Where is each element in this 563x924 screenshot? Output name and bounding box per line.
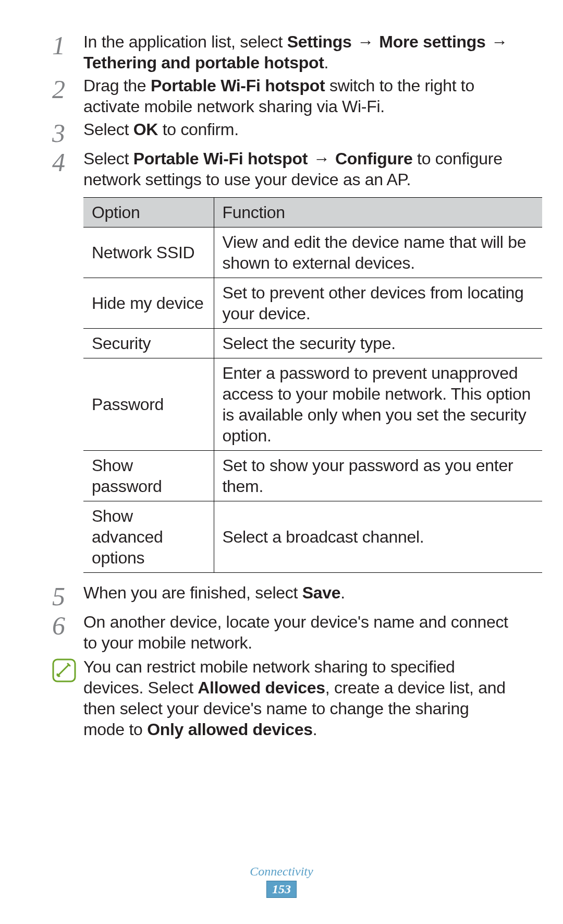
note-text: You can restrict mobile network sharing …	[83, 656, 511, 740]
table-row: SecuritySelect the security type.	[83, 329, 542, 358]
table-row: Show passwordSet to show your password a…	[83, 451, 542, 501]
table-cell-function: Set to prevent other devices from locati…	[214, 278, 542, 329]
step-item: 1 In the application list, select Settin…	[52, 31, 511, 73]
note-block: You can restrict mobile network sharing …	[52, 656, 511, 740]
step-text: Select Portable Wi-Fi hotspot → Configur…	[83, 148, 511, 190]
step-list-1: 1 In the application list, select Settin…	[52, 31, 511, 190]
footer-section: Connectivity	[0, 865, 563, 879]
table-header-option: Option	[83, 198, 214, 227]
step-number: 3	[52, 119, 83, 146]
table-header-function: Function	[214, 198, 542, 227]
step-text: Drag the Portable Wi-Fi hotspot switch t…	[83, 75, 511, 117]
table-cell-option: Show password	[83, 451, 214, 501]
table-cell-option: Password	[83, 358, 214, 451]
table-row: PasswordEnter a password to prevent unap…	[83, 358, 542, 451]
step-list-2: 5 When you are finished, select Save. 6 …	[52, 582, 511, 653]
step-item: 5 When you are finished, select Save.	[52, 582, 511, 609]
footer-page-number: 153	[266, 881, 297, 898]
step-text: On another device, locate your device's …	[83, 611, 511, 653]
table-cell-option: Network SSID	[83, 227, 214, 278]
table-cell-function: Enter a password to prevent unapproved a…	[214, 358, 542, 451]
manual-page: 1 In the application list, select Settin…	[0, 0, 563, 924]
table-header-row: Option Function	[83, 198, 542, 227]
step-number: 4	[52, 148, 83, 175]
table-cell-option: Security	[83, 329, 214, 358]
step-text: In the application list, select Settings…	[83, 31, 511, 73]
table-row: Hide my deviceSet to prevent other devic…	[83, 278, 542, 329]
step-item: 4 Select Portable Wi-Fi hotspot → Config…	[52, 148, 511, 190]
table-row: Show advanced optionsSelect a broadcast …	[83, 501, 542, 573]
table-cell-function: View and edit the device name that will …	[214, 227, 542, 278]
step-item: 2 Drag the Portable Wi-Fi hotspot switch…	[52, 75, 511, 117]
step-item: 6 On another device, locate your device'…	[52, 611, 511, 653]
table-cell-function: Set to show your password as you enter t…	[214, 451, 542, 501]
step-item: 3 Select OK to confirm.	[52, 119, 511, 146]
options-table: Option Function Network SSIDView and edi…	[83, 197, 542, 573]
note-icon	[52, 656, 83, 682]
table-row: Network SSIDView and edit the device nam…	[83, 227, 542, 278]
step-number: 1	[52, 31, 83, 58]
step-number: 5	[52, 582, 83, 609]
step-text: Select OK to confirm.	[83, 119, 511, 140]
step-number: 2	[52, 75, 83, 102]
table-cell-function: Select the security type.	[214, 329, 542, 358]
table-cell-option: Show advanced options	[83, 501, 214, 573]
step-text: When you are finished, select Save.	[83, 582, 511, 603]
table-cell-function: Select a broadcast channel.	[214, 501, 542, 573]
table-body: Network SSIDView and edit the device nam…	[83, 227, 542, 573]
step-number: 6	[52, 611, 83, 639]
table-cell-option: Hide my device	[83, 278, 214, 329]
page-footer: Connectivity 153	[0, 865, 563, 898]
